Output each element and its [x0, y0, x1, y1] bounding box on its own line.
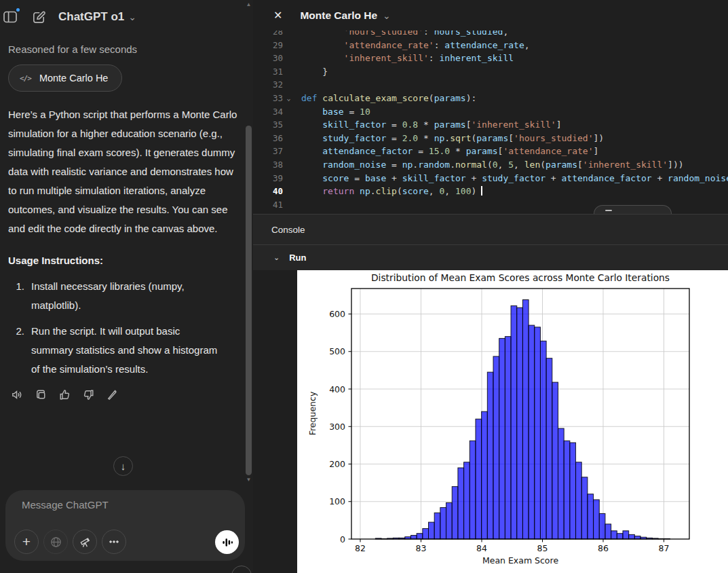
chat-header: ChatGPT o1 ⌄ [0, 0, 253, 31]
svg-text:83: 83 [416, 543, 427, 553]
code-line[interactable]: 31} [253, 65, 728, 79]
run-label: Run [289, 253, 306, 263]
run-button-partial[interactable] [594, 205, 672, 214]
chat-messages: Reasoned for a few seconds </> Monte Car… [0, 43, 253, 402]
scroll-up-arrow[interactable]: ▲ [244, 1, 253, 7]
question-icon: ? [239, 571, 244, 573]
list-item: 2. Run the script. It will output basic … [8, 322, 244, 379]
run-section-header[interactable]: ⌄ Run [253, 244, 728, 270]
code-line[interactable]: 35skill_factor = 0.8 * params['inherent_… [253, 118, 728, 132]
code-line[interactable]: 38random_noise = np.random.normal(0, 5, … [253, 158, 728, 172]
message-input[interactable] [22, 499, 225, 511]
ellipsis-icon [108, 536, 120, 548]
voice-mode-button[interactable] [215, 530, 239, 554]
scroll-to-bottom-button[interactable]: ↓ [113, 456, 133, 476]
code-line[interactable]: 39score = base + skill_factor + study_fa… [253, 172, 728, 185]
composer: + [5, 490, 245, 561]
code-line[interactable]: 36study_factor = 2.0 * np.sqrt(params['h… [253, 132, 728, 145]
code-line[interactable]: 30'inherent_skill': inherent_skill [253, 52, 728, 65]
message-actions [9, 387, 244, 402]
chevron-down-icon: ⌄ [128, 12, 136, 22]
assistant-message: Here’s a Python script that performs a M… [8, 105, 243, 238]
code-line[interactable]: 33⌄def calculate_exam_score(params): [253, 92, 728, 105]
plus-icon: + [22, 534, 31, 549]
canvas-panel: ✕ Monte Carlo He ⌄ 28'hours_studied': ho… [253, 0, 728, 573]
svg-text:85: 85 [537, 543, 548, 553]
deep-research-button[interactable] [73, 530, 97, 554]
code-lines: 28'hours_studied': hours_studied,29'atte… [253, 31, 728, 211]
list-item-number: 1. [8, 277, 24, 315]
svg-text:400: 400 [329, 384, 345, 394]
code-icon: </> [20, 74, 31, 83]
list-item-number: 2. [8, 322, 24, 379]
svg-text:82: 82 [355, 543, 366, 553]
svg-text:87: 87 [659, 543, 670, 553]
code-line[interactable]: 34base = 10 [253, 105, 728, 119]
svg-text:100: 100 [329, 496, 345, 506]
svg-text:200: 200 [329, 459, 345, 469]
canvas-title: Monte Carlo He [300, 10, 377, 22]
svg-text:Distribution of Mean Exam Scor: Distribution of Mean Exam Scores across … [371, 272, 670, 283]
chat-scrollbar: ▲ ▼ [244, 0, 253, 573]
code-line[interactable]: 40return np.clip(score, 0, 100) [253, 185, 728, 198]
chevron-down-icon: ⌄ [383, 11, 391, 20]
model-label: ChatGPT o1 [58, 10, 124, 24]
console-label: Console [271, 225, 305, 235]
waveform-icon [221, 536, 234, 549]
sidebar-toggle-button[interactable] [1, 8, 19, 26]
code-line[interactable]: 29'attendance_rate': attendance_rate, [253, 39, 728, 52]
code-editor[interactable]: 28'hours_studied': hours_studied,29'atte… [253, 31, 728, 214]
svg-text:0: 0 [340, 534, 345, 544]
reasoned-status: Reasoned for a few seconds [8, 43, 244, 55]
svg-text:86: 86 [598, 543, 609, 553]
copy-icon [35, 388, 47, 401]
chat-panel: ChatGPT o1 ⌄ Reasoned for a few seconds … [0, 0, 253, 573]
down-arrow-icon: ↓ [121, 460, 126, 472]
canvas-chip[interactable]: </> Monte Carlo He [8, 64, 122, 92]
add-attachment-button[interactable]: + [14, 530, 39, 554]
canvas-title-menu[interactable]: Monte Carlo He ⌄ [300, 10, 390, 22]
speaker-icon [11, 388, 24, 401]
canvas-chip-label: Monte Carlo He [39, 73, 109, 84]
canvas-header: ✕ Monte Carlo He ⌄ [253, 0, 728, 31]
good-response-button[interactable] [57, 387, 72, 402]
list-item: 1. Install necessary libraries (numpy, m… [8, 277, 244, 315]
run-button-glyph [605, 210, 612, 211]
scroll-down-arrow[interactable]: ▼ [244, 477, 253, 483]
code-line[interactable]: 32 [253, 78, 728, 92]
model-selector[interactable]: ChatGPT o1 ⌄ [58, 10, 136, 24]
more-tools-button[interactable] [102, 530, 126, 554]
instruction-list: 1. Install necessary libraries (numpy, m… [8, 277, 244, 379]
chatgpt-app: ChatGPT o1 ⌄ Reasoned for a few seconds … [0, 0, 728, 573]
console-section-header[interactable]: Console [253, 214, 728, 244]
svg-text:300: 300 [329, 422, 345, 432]
thumbs-up-icon [58, 388, 71, 401]
globe-icon [50, 536, 62, 549]
edit-in-canvas-button[interactable] [104, 387, 119, 402]
notification-dot [15, 7, 21, 13]
usage-heading: Usage Instructions: [8, 255, 244, 266]
telescope-icon [79, 536, 92, 549]
code-line[interactable]: 37attendance_factor = 15.0 * params['att… [253, 145, 728, 158]
svg-text:600: 600 [329, 309, 345, 319]
chart-output: 8283848586870100200300400500600Distribut… [297, 270, 728, 573]
list-item-text: Run the script. It will output basic sum… [31, 322, 221, 379]
svg-text:84: 84 [476, 543, 487, 553]
svg-text:Frequency: Frequency [307, 391, 318, 435]
svg-text:500: 500 [329, 346, 345, 356]
compose-icon [31, 10, 47, 25]
list-item-text: Install necessary libraries (numpy, matp… [31, 277, 221, 315]
bad-response-button[interactable] [81, 387, 96, 402]
svg-text:Mean Exam Score: Mean Exam Score [482, 555, 558, 566]
read-aloud-button[interactable] [9, 387, 24, 402]
pen-sparkle-icon [106, 388, 119, 401]
web-search-button[interactable] [43, 530, 68, 554]
copy-button[interactable] [33, 387, 48, 402]
composer-tools: + [14, 530, 126, 554]
new-chat-button[interactable] [30, 8, 47, 26]
chevron-down-icon: ⌄ [273, 253, 280, 262]
code-line[interactable]: 28'hours_studied': hours_studied, [253, 31, 728, 39]
scrollbar-thumb[interactable] [246, 126, 252, 475]
thumbs-down-icon [82, 388, 95, 401]
close-canvas-button[interactable]: ✕ [273, 9, 282, 22]
